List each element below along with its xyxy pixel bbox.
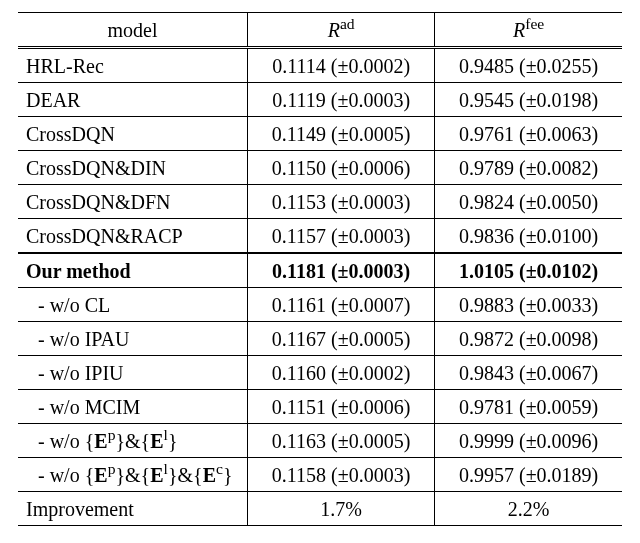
model-name: CrossDQN [18,117,248,151]
table-row: DEAR 0.1119 (±0.0003) 0.9545 (±0.0198) [18,83,622,117]
model-name: Our method [18,253,248,288]
table-row-ours: Our method 0.1181 (±0.0003) 1.0105 (±0.0… [18,253,622,288]
table-row: - w/o IPAU 0.1167 (±0.0005) 0.9872 (±0.0… [18,322,622,356]
metric-rfee: 0.9789 (±0.0082) [435,151,622,185]
model-name: - w/o CL [18,288,248,322]
metric-rad: 0.1114 (±0.0002) [248,48,435,83]
table-row-improvement: Improvement 1.7% 2.2% [18,492,622,526]
metric-rad: 0.1167 (±0.0005) [248,322,435,356]
model-name: CrossDQN&DFN [18,185,248,219]
model-name: DEAR [18,83,248,117]
metric-rfee: 0.9872 (±0.0098) [435,322,622,356]
table-row: CrossDQN&DIN 0.1150 (±0.0006) 0.9789 (±0… [18,151,622,185]
model-name: - w/o IPIU [18,356,248,390]
metric-rad: 1.7% [248,492,435,526]
metric-rad: 0.1161 (±0.0007) [248,288,435,322]
model-name: - w/o MCIM [18,390,248,424]
metric-rfee: 0.9883 (±0.0033) [435,288,622,322]
metric-rfee: 2.2% [435,492,622,526]
table-row: CrossDQN&DFN 0.1153 (±0.0003) 0.9824 (±0… [18,185,622,219]
metric-rad: 0.1151 (±0.0006) [248,390,435,424]
metric2-sup: fee [525,15,544,32]
metric-rad: 0.1158 (±0.0003) [248,458,435,492]
metric-rad: 0.1157 (±0.0003) [248,219,435,254]
metric-rad: 0.1163 (±0.0005) [248,424,435,458]
table-row: - w/o {Ep}&{El}&{Ec} 0.1158 (±0.0003) 0.… [18,458,622,492]
metric-rfee: 0.9843 (±0.0067) [435,356,622,390]
metric-rad: 0.1119 (±0.0003) [248,83,435,117]
table-row: - w/o IPIU 0.1160 (±0.0002) 0.9843 (±0.0… [18,356,622,390]
metric-rad: 0.1149 (±0.0005) [248,117,435,151]
metric-rfee: 0.9957 (±0.0189) [435,458,622,492]
model-name: CrossDQN&RACP [18,219,248,254]
metric2-base: R [513,19,525,41]
col-header-rad: Rad [248,13,435,48]
metric-rad: 0.1150 (±0.0006) [248,151,435,185]
metric-rad: 0.1160 (±0.0002) [248,356,435,390]
metric-rad: 0.1153 (±0.0003) [248,185,435,219]
table-row: - w/o CL 0.1161 (±0.0007) 0.9883 (±0.003… [18,288,622,322]
model-name: - w/o {Ep}&{El}&{Ec} [18,458,248,492]
model-name: - w/o {Ep}&{El} [18,424,248,458]
metric1-base: R [328,19,340,41]
table-row: CrossDQN&RACP 0.1157 (±0.0003) 0.9836 (±… [18,219,622,254]
results-table: model Rad Rfee HRL-Rec 0.1114 (±0.0002) … [18,12,622,526]
metric-rfee: 1.0105 (±0.0102) [435,253,622,288]
metric-rfee: 0.9761 (±0.0063) [435,117,622,151]
metric-rfee: 0.9485 (±0.0255) [435,48,622,83]
table-row: HRL-Rec 0.1114 (±0.0002) 0.9485 (±0.0255… [18,48,622,83]
table-row: - w/o MCIM 0.1151 (±0.0006) 0.9781 (±0.0… [18,390,622,424]
metric-rfee: 0.9999 (±0.0096) [435,424,622,458]
metric-rfee: 0.9781 (±0.0059) [435,390,622,424]
metric-rfee: 0.9836 (±0.0100) [435,219,622,254]
metric-rfee: 0.9824 (±0.0050) [435,185,622,219]
table-header-row: model Rad Rfee [18,13,622,48]
model-name: - w/o IPAU [18,322,248,356]
model-name: HRL-Rec [18,48,248,83]
metric-rfee: 0.9545 (±0.0198) [435,83,622,117]
metric1-sup: ad [340,15,355,32]
col-header-rfee: Rfee [435,13,622,48]
model-name: Improvement [18,492,248,526]
model-name: CrossDQN&DIN [18,151,248,185]
table-row: CrossDQN 0.1149 (±0.0005) 0.9761 (±0.006… [18,117,622,151]
col-header-model-text: model [108,19,158,41]
table-row: - w/o {Ep}&{El} 0.1163 (±0.0005) 0.9999 … [18,424,622,458]
metric-rad: 0.1181 (±0.0003) [248,253,435,288]
col-header-model: model [18,13,248,48]
